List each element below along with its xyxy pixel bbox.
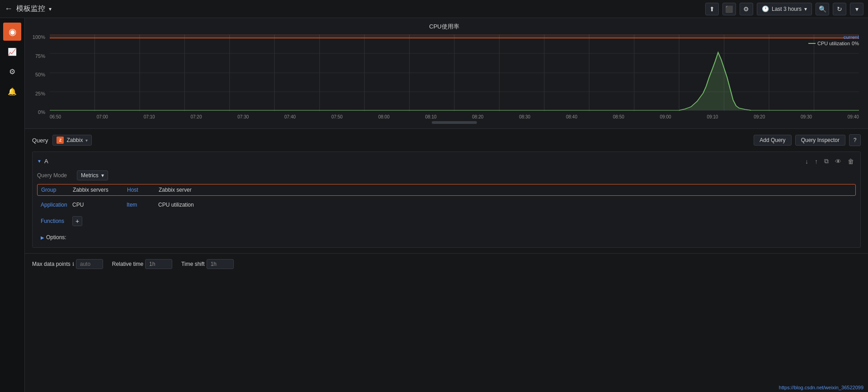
datasource-selector[interactable]: Z Zabbix ▾ [52,135,92,146]
relative-time-input[interactable] [145,259,172,269]
x-0850: 08:50 [613,114,624,119]
functions-row: Functions + [37,214,856,228]
options-arrow-icon: ▶ [41,235,44,240]
host-value[interactable]: Zabbix server [159,187,213,193]
back-button[interactable]: ← [5,4,13,14]
time-range-picker[interactable]: 🕐 Last 3 hours ▾ [757,3,812,15]
footer-url: https://blog.csdn.net/weixin_36522099 [779,385,863,390]
time-shift-label: Time shift [181,261,205,267]
x-0840: 08:40 [566,114,577,119]
x-0740: 07:40 [284,114,296,119]
query-mode-select[interactable]: Metrics ▾ [77,170,108,180]
settings-button[interactable]: ⚙ [740,3,753,15]
add-function-button[interactable]: + [72,216,82,226]
query-block-left: ▼ A [37,158,48,165]
max-data-points-label: Max data points [32,261,71,267]
legend-series-label: CPU utilization [817,41,850,46]
page-title: 模板监控 [16,4,45,14]
query-block-right: ↓ ↑ ⧉ 👁 🗑 [803,156,856,166]
application-value[interactable]: CPU [72,202,127,208]
application-item-row: Application CPU Item CPU utilization [37,199,856,210]
max-data-points-input[interactable] [76,259,103,269]
legend-series-value: 0% [852,41,859,46]
topbar-left: ← 模板监控 ▾ [5,4,52,14]
chart-main: current CPU utilization 0% [50,34,859,124]
y-25: 25% [35,91,45,96]
search-button[interactable]: 🔍 [816,3,829,15]
gear-icon: ⚙ [9,67,15,76]
query-block-a-header: ▼ A ↓ ↑ ⧉ 👁 🗑 [37,156,856,166]
datasource-icon: Z [57,137,64,144]
search-icon: 🔍 [819,5,826,13]
x-0750: 07:50 [331,114,343,119]
chart-y-axis: 100% 75% 50% 25% 0% [29,34,45,124]
x-0810: 08:10 [425,114,437,119]
chart-svg [50,34,859,111]
refresh-options-button[interactable]: ▾ [850,3,863,15]
svg-rect-23 [50,34,859,38]
sidebar-item-zabbix[interactable]: ◉ [3,23,21,41]
x-0730: 07:30 [237,114,249,119]
query-section: Query Z Zabbix ▾ Add Query Query Inspect… [25,129,868,254]
sidebar-item-bell[interactable]: 🔔 [3,82,21,100]
info-icon[interactable]: ℹ [72,261,74,267]
help-button[interactable]: ? [849,134,861,146]
x-0820: 08:20 [472,114,483,119]
toggle-visibility-icon[interactable]: 👁 [833,157,843,166]
zabbix-icon: ◉ [9,26,16,37]
options-label: Options: [46,234,66,241]
legend-line [808,43,816,44]
sidebar-item-gear[interactable]: ⚙ [3,62,21,80]
move-up-icon[interactable]: ↑ [813,157,820,166]
options-row[interactable]: ▶ Options: [37,232,856,243]
legend-current-label: current [808,34,859,40]
refresh-caret-icon: ▾ [855,5,859,13]
sidebar-item-chart[interactable]: 📈 [3,43,21,61]
move-down-icon[interactable]: ↓ [803,157,810,166]
topbar-right: ⬆ ⬛ ⚙ 🕐 Last 3 hours ▾ 🔍 ↻ ▾ [705,3,863,15]
query-mode-row: Query Mode Metrics ▾ [37,170,856,180]
main-layout: ◉ 📈 ⚙ 🔔 CPU使用率 100% 75% 50% 25% 0% [0,18,868,392]
group-value[interactable]: Zabbix servers [73,187,127,193]
title-caret-icon[interactable]: ▾ [49,6,52,12]
refresh-button[interactable]: ↻ [833,3,846,15]
save-button[interactable]: ⬛ [722,3,736,15]
save-icon: ⬛ [725,5,733,13]
x-0720: 07:20 [190,114,202,119]
share-icon: ⬆ [709,5,715,13]
duplicate-icon[interactable]: ⧉ [822,156,830,166]
x-0930: 09:30 [801,114,812,119]
scroll-bar[interactable] [432,121,477,124]
footer: https://blog.csdn.net/weixin_36522099 [774,383,868,392]
datasource-name: Zabbix [66,137,83,143]
x-0700: 07:00 [97,114,108,119]
share-button[interactable]: ⬆ [705,3,719,15]
query-mode-value: Metrics [81,172,99,179]
query-inspector-button[interactable]: Query Inspector [795,135,845,146]
x-0940: 09:40 [848,114,859,119]
topbar: ← 模板监控 ▾ ⬆ ⬛ ⚙ 🕐 Last 3 hours ▾ 🔍 ↻ ▾ [0,0,868,18]
chart-wrapper: 100% 75% 50% 25% 0% current CPU utilizat… [29,34,859,124]
x-0650: 06:50 [50,114,61,119]
sidebar: ◉ 📈 ⚙ 🔔 [0,18,25,392]
query-block-letter: A [44,158,48,165]
y-50: 50% [35,72,45,77]
y-100: 100% [33,34,45,40]
bell-icon: 🔔 [8,87,17,96]
x-0910: 09:10 [707,114,718,119]
query-mode-caret-icon: ▾ [101,172,104,179]
delete-icon[interactable]: 🗑 [846,157,856,166]
x-0920: 09:20 [754,114,765,119]
collapse-arrow-icon[interactable]: ▼ [37,159,42,164]
query-actions: Add Query Query Inspector ? [754,134,861,146]
query-label-area: Query Z Zabbix ▾ [32,135,92,146]
query-header: Query Z Zabbix ▾ Add Query Query Inspect… [32,134,861,146]
y-75: 75% [35,53,45,59]
group-label: Group [41,187,73,193]
time-shift-input[interactable] [207,259,234,269]
chart-legend: current CPU utilization 0% [808,34,859,46]
add-query-button[interactable]: Add Query [754,135,791,146]
item-value[interactable]: CPU utilization [158,202,212,208]
application-label: Application [41,202,72,208]
group-host-row: Group Zabbix servers Host Zabbix server [37,184,856,196]
